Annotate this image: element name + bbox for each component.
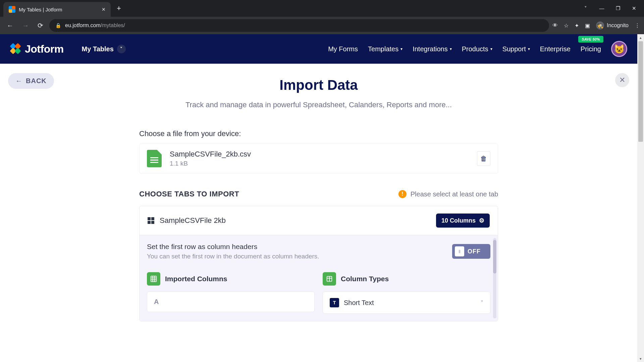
chevron-down-icon: ▾: [490, 47, 492, 51]
file-card: SampleCSVFile_2kb.csv 1.1 kB 🗑: [139, 143, 498, 174]
page-scrollbar[interactable]: ▴ ▾: [637, 34, 644, 362]
reload-icon[interactable]: ⟳: [35, 19, 46, 32]
warning: ! Please select at least one tab: [398, 190, 498, 198]
tab-name: SampleCSVFile 2kb: [160, 216, 226, 225]
close-icon: ✕: [619, 76, 625, 84]
warning-text: Please select at least one tab: [411, 190, 498, 198]
columns-label: 10 Columns: [441, 217, 476, 224]
logo-mark-icon: [10, 43, 21, 55]
browser-tab[interactable]: My Tables | Jotform ×: [3, 2, 111, 17]
incognito-indicator[interactable]: 🕵 Incognito: [596, 21, 629, 29]
first-row-sub: You can set the first row in the documen…: [147, 253, 319, 260]
address-bar[interactable]: 🔒 eu.jotform.com/mytables/: [49, 19, 549, 32]
column-types-title: Column Types: [341, 275, 389, 283]
svg-rect-0: [151, 276, 157, 282]
scroll-thumb[interactable]: [638, 41, 643, 142]
chevron-down-icon: ▾: [450, 47, 452, 51]
extensions-icon[interactable]: ✦: [575, 22, 579, 29]
tab-title: My Tables | Jotform: [19, 7, 98, 12]
nav-pricing[interactable]: Pricing: [581, 45, 601, 53]
logo-word: Jotform: [25, 43, 64, 55]
minimize-icon[interactable]: —: [598, 5, 605, 11]
imported-column-item[interactable]: A: [147, 292, 315, 312]
context-dropdown[interactable]: My Tables ˅: [82, 45, 126, 53]
kebab-menu-icon[interactable]: ⋮: [635, 22, 640, 29]
jotform-logo[interactable]: Jotform: [10, 43, 64, 55]
page-content: ← BACK ✕ Import Data Track and manage da…: [0, 64, 637, 362]
page-subtitle: Track and manage data in powerful Spread…: [139, 101, 498, 109]
incognito-label: Incognito: [607, 22, 629, 28]
imported-columns-title: Imported Columns: [165, 275, 227, 283]
grid-icon: [147, 272, 160, 286]
type-name: Short Text: [344, 299, 374, 307]
nav-templates[interactable]: Templates▾: [368, 45, 402, 53]
close-tab-icon[interactable]: ×: [102, 6, 105, 13]
nav-integrations[interactable]: Integrations▾: [413, 45, 452, 53]
url: eu.jotform.com/mytables/: [65, 22, 125, 28]
sheet-icon: [148, 217, 154, 224]
save-badge: SAVE 50%: [578, 36, 603, 43]
file-size: 1.1 kB: [170, 160, 251, 167]
new-tab-button[interactable]: +: [117, 4, 121, 13]
maximize-icon[interactable]: ❐: [614, 5, 621, 11]
eye-off-icon[interactable]: 👁: [552, 22, 558, 28]
forward-icon: →: [19, 20, 32, 32]
nav-enterprise[interactable]: Enterprise: [540, 45, 571, 53]
app-header: Jotform My Tables ˅ My Forms Templates▾ …: [0, 34, 637, 64]
browser-titlebar: My Tables | Jotform × + ˅ — ❐ ✕: [0, 0, 644, 17]
lock-icon: 🔒: [55, 23, 61, 28]
chevron-down-icon: ˅: [481, 300, 483, 306]
trash-icon: 🗑: [480, 155, 487, 163]
inner-scrollbar[interactable]: [493, 238, 496, 318]
first-row-toggle[interactable]: ⦀ OFF: [452, 244, 490, 259]
file-icon: [147, 150, 162, 167]
back-button[interactable]: ← BACK: [8, 73, 54, 89]
main-nav: My Forms Templates▾ Integrations▾ Produc…: [328, 41, 627, 57]
nav-my-forms[interactable]: My Forms: [328, 45, 358, 53]
column-letter: A: [154, 298, 159, 306]
gear-icon: ⚙: [479, 217, 484, 224]
back-label: BACK: [26, 77, 47, 85]
tab-body: Set the first row as column headers You …: [140, 235, 498, 321]
tabs-section-title: CHOOSE TABS TO IMPORT: [139, 190, 239, 198]
delete-file-button[interactable]: 🗑: [477, 151, 490, 166]
chevron-down-icon: ▾: [528, 47, 530, 51]
close-window-icon[interactable]: ✕: [631, 5, 637, 11]
side-panel-icon[interactable]: ▣: [585, 22, 590, 29]
column-type-select[interactable]: T Short Text ˅: [323, 292, 490, 314]
file-name: SampleCSVFile_2kb.csv: [170, 150, 251, 159]
avatar[interactable]: 😺: [611, 41, 627, 57]
scroll-down-icon[interactable]: ▾: [637, 355, 644, 362]
star-icon[interactable]: ☆: [564, 22, 569, 29]
back-icon[interactable]: ←: [4, 20, 16, 32]
page-title: Import Data: [139, 77, 498, 93]
first-row-heading: Set the first row as column headers: [147, 243, 319, 251]
context-label: My Tables: [82, 45, 114, 53]
toggle-knob-icon: ⦀: [455, 246, 464, 256]
nav-support[interactable]: Support▾: [502, 45, 530, 53]
close-button[interactable]: ✕: [615, 73, 629, 87]
toggle-label: OFF: [468, 248, 481, 255]
chevron-down-icon: ˅: [117, 45, 126, 53]
tab-panel: SampleCSVFile 2kb 10 Columns ⚙ Set the f…: [139, 206, 498, 321]
tab-head[interactable]: SampleCSVFile 2kb 10 Columns ⚙: [140, 206, 498, 235]
favicon: [9, 6, 15, 13]
incognito-icon: 🕵: [596, 21, 604, 29]
window-controls: ˅ — ❐ ✕: [582, 5, 644, 11]
table-icon: [323, 272, 336, 286]
chevron-down-icon: ▾: [400, 47, 402, 51]
text-type-icon: T: [330, 298, 339, 307]
scroll-up-icon[interactable]: ▴: [637, 34, 644, 41]
nav-products[interactable]: Products▾: [462, 45, 492, 53]
chevron-down-icon[interactable]: ˅: [582, 5, 589, 11]
file-section-label: Choose a file from your device:: [139, 129, 498, 138]
browser-toolbar: ← → ⟳ 🔒 eu.jotform.com/mytables/ 👁 ☆ ✦ ▣…: [0, 17, 644, 34]
warning-icon: !: [398, 190, 407, 198]
columns-settings-button[interactable]: 10 Columns ⚙: [436, 214, 490, 228]
arrow-left-icon: ←: [15, 77, 22, 85]
